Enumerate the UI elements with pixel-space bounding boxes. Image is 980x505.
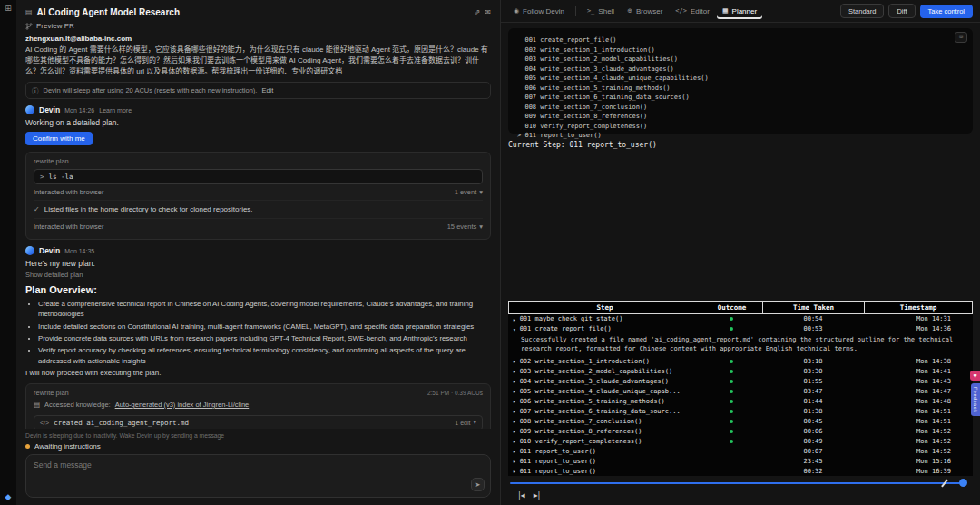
table-row[interactable]: ▸ 006 write_section_5_training_methods()…	[508, 396, 973, 406]
table-row[interactable]: ▸ 008 write_section_7_conclusion() 00:45…	[508, 416, 973, 426]
tab-planner[interactable]: ▦ Planner	[717, 4, 762, 19]
step-name: 011 report_to_user()	[520, 458, 596, 465]
step-name: 008 write_section_7_conclusion()	[520, 418, 642, 425]
devin-message-header: Devin Mon 14:35	[25, 246, 491, 255]
step-name: 011 report_to_user()	[520, 468, 596, 475]
tab-editor[interactable]: </> Editor	[670, 4, 715, 19]
tab-shell[interactable]: >_ Shell	[582, 4, 620, 19]
send-button[interactable]: ➤	[471, 478, 485, 491]
row-chevron-icon: ▸	[513, 408, 516, 414]
outcome-success-dot	[730, 420, 733, 423]
heart-badge-icon[interactable]: ♥	[970, 371, 980, 381]
step-name: 007 write_section_6_training_data_sourc.…	[520, 408, 681, 415]
preview-pr-link[interactable]: Preview PR	[25, 20, 491, 32]
chevron-down-icon: ▾	[473, 419, 476, 426]
plan-bullet: Provide concrete data sources with URLs …	[38, 333, 491, 343]
timeline-handle[interactable]	[959, 479, 967, 487]
table-row[interactable]: ▸ 003 write_section_2_model_capabilities…	[508, 366, 973, 376]
code-icon: </>	[675, 7, 687, 15]
notice-text: Devin will sleep after using 20 ACUs (re…	[44, 86, 258, 94]
left-rail: ⊞ ◆	[0, 0, 16, 505]
table-row[interactable]: ▸ 011 report_to_user() 23:45 Mon 15:16	[508, 456, 973, 466]
table-row[interactable]: ▾ 001 create_report_file() 00:53 Mon 14:…	[508, 324, 973, 334]
plan-bullet: Include detailed sections on Constitutio…	[38, 322, 491, 332]
session-title: AI Coding Agent Model Research	[37, 7, 180, 17]
share-icon[interactable]: ⇗	[475, 8, 481, 16]
timestamp: Mon 14:51	[864, 418, 973, 425]
timestamp: Mon 14:52	[864, 428, 973, 435]
follow-devin-toggle[interactable]: ◉ Follow Devin	[508, 4, 570, 19]
step-name: 005 write_section_4_claude_unique_capab.…	[520, 388, 681, 395]
knowledge-prefix: Accessed knowledge:	[44, 401, 111, 409]
time-taken: 03:47	[762, 388, 864, 395]
session-header: ▤ AI Coding Agent Model Research ⇗ ✉	[25, 4, 491, 20]
step-result-text: Listed files in the home directory to ch…	[44, 204, 253, 214]
app-grid-icon[interactable]: ⊞	[5, 4, 12, 13]
step-name: 001 create_report_file()	[520, 325, 612, 332]
step-name: 006 write_section_5_training_methods()	[520, 398, 665, 405]
browser-interaction-row[interactable]: Interacted with browser 1 event ▾	[34, 184, 483, 201]
shell-command-input[interactable]: > ls -la	[34, 169, 483, 184]
rail-bottom-icon[interactable]: ◆	[5, 492, 12, 501]
row-chevron-icon: ▸	[513, 438, 516, 444]
table-row[interactable]: ▸ 004 write_section_3_claude_advantages(…	[508, 376, 973, 386]
confirm-with-me-button[interactable]: Confirm with me	[25, 132, 93, 145]
message-icon[interactable]: ✉	[485, 8, 491, 16]
acu-sleep-notice: ⓘ Devin will sleep after using 20 ACUs (…	[25, 82, 491, 99]
plan-step-line: 008 write_section_7_conclusion()	[517, 103, 964, 113]
user-message: zhengxuan.lt@alibaba-inc.com AI Coding 的…	[25, 35, 491, 77]
standard-button[interactable]: Standard	[840, 4, 884, 18]
document-icon: ▤	[25, 8, 33, 16]
plan-step-line: 007 write_section_6_training_data_source…	[517, 93, 964, 103]
step-back-button[interactable]: |◀	[517, 491, 524, 500]
file-change-row[interactable]: </> created ai_coding_agent_report.md 1 …	[34, 415, 483, 429]
playback-controls: |◀ ▶|	[508, 489, 973, 505]
book-icon: ▤	[34, 401, 40, 409]
conversation-scroll-area[interactable]: ▤ AI Coding Agent Model Research ⇗ ✉ Pre…	[25, 4, 491, 429]
time-taken: 01:38	[762, 408, 864, 415]
step-name: 011 report_to_user()	[520, 448, 596, 455]
keyboard-icon[interactable]: ⌨	[955, 32, 967, 43]
agent-status-label: Awaiting instructions	[34, 442, 101, 451]
edit-link[interactable]: Edit	[261, 86, 273, 94]
show-detailed-plan-link[interactable]: Show detailed plan	[25, 271, 491, 279]
user-message-text: AI Coding 的 Agent 需要什么样的模型，它应该具备哪些很好的能力，…	[25, 45, 491, 77]
knowledge-link[interactable]: Auto-generated (v3) index of Jingren-Li/…	[115, 401, 250, 409]
workspace-panel: ◉ Follow Devin >_ Shell ⊕ Browser </> Ed…	[501, 0, 980, 505]
outcome-success-dot	[730, 410, 733, 413]
browser-interaction-row[interactable]: Interacted with browser 15 events ▾	[34, 219, 483, 234]
timestamp: Mon 14:38	[864, 358, 973, 365]
table-row[interactable]: ▸ 011 report_to_user() 00:32 Mon 16:39	[508, 466, 973, 476]
diff-button[interactable]: Diff	[888, 4, 915, 18]
row-chevron-icon: ▾	[513, 326, 516, 332]
table-row[interactable]: ▸ 005 write_section_4_claude_unique_capa…	[508, 386, 973, 396]
accessed-knowledge-row: ▤ Accessed knowledge: Auto-generated (v3…	[34, 397, 483, 412]
browser-interaction-label: Interacted with browser	[34, 223, 104, 231]
step-forward-button[interactable]: ▶|	[534, 491, 541, 500]
tab-browser[interactable]: ⊕ Browser	[622, 4, 668, 19]
feedback-tab[interactable]: Feedback	[971, 383, 980, 416]
message-composer[interactable]: ➤	[25, 454, 491, 498]
table-row[interactable]: ▸ 010 verify_report_completeness() 00:49…	[508, 436, 973, 446]
outcome-success-dot	[730, 430, 733, 433]
timeline-track[interactable]	[510, 482, 960, 484]
chevron-down-icon: ▾	[479, 188, 483, 196]
table-row[interactable]: ▸ 001 maybe_check_git_state() 00:54 Mon …	[508, 314, 973, 324]
timestamp: Mon 14:52	[864, 448, 973, 455]
user-email: zhengxuan.lt@alibaba-inc.com	[25, 35, 491, 43]
table-row[interactable]: ▸ 011 report_to_user() 00:07 Mon 14:52	[508, 446, 973, 456]
table-row[interactable]: ▸ 002 write_section_1_introduction() 03:…	[508, 356, 973, 366]
timestamp: Mon 14:52	[864, 438, 973, 445]
col-header-step: Step	[509, 302, 701, 313]
table-row[interactable]: ▸ 007 write_section_6_training_data_sour…	[508, 406, 973, 416]
step-history-table: Step Outcome Time Taken Timestamp ▸ 001 …	[508, 301, 973, 476]
info-icon: ⓘ	[32, 85, 39, 95]
learn-more-link[interactable]: Learn more	[99, 107, 132, 114]
table-row[interactable]: ▸ 009 write_section_8_references() 00:06…	[508, 426, 973, 436]
awaiting-status-dot	[25, 444, 30, 449]
time-taken: 00:53	[762, 325, 864, 332]
row-chevron-icon: ▸	[513, 388, 516, 394]
message-input[interactable]	[34, 460, 483, 491]
take-control-button[interactable]: Take control	[920, 5, 973, 18]
step-detail-text: Successfully created a file named 'ai_co…	[508, 334, 973, 356]
